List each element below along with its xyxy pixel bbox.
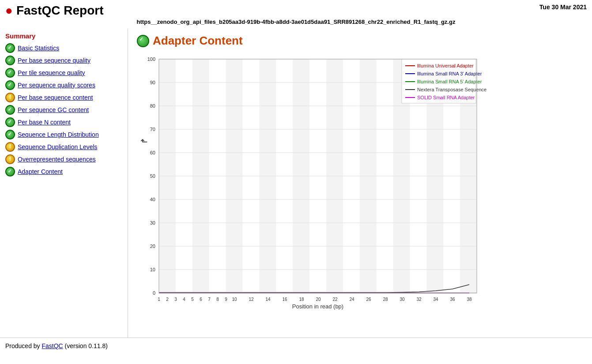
pass-icon (5, 56, 15, 65)
sidebar-link-per-sequence-gc-content[interactable]: Per sequence GC content (18, 106, 89, 113)
svg-text:Illumina Universal Adapter: Illumina Universal Adapter (417, 63, 474, 68)
svg-text:16: 16 (282, 297, 287, 302)
svg-text:12: 12 (249, 297, 254, 302)
svg-text:20: 20 (150, 244, 155, 249)
svg-text:4: 4 (183, 297, 185, 302)
pass-icon (5, 130, 15, 139)
date: Tue 30 Mar 2021 (539, 4, 587, 11)
sidebar-link-sequence-length-distribution[interactable]: Sequence Length Distribution (18, 131, 99, 138)
sidebar-item-per-sequence-quality-scores[interactable]: Per sequence quality scores (5, 80, 122, 90)
svg-text:24: 24 (349, 297, 354, 302)
svg-text:SOLID Small RNA Adapter: SOLID Small RNA Adapter (417, 95, 475, 100)
sidebar-item-per-sequence-gc-content[interactable]: Per sequence GC content (5, 105, 122, 115)
sidebar-item-per-base-n-content[interactable]: Per base N content (5, 117, 122, 127)
svg-text:26: 26 (366, 297, 371, 302)
svg-text:70: 70 (150, 127, 155, 132)
pass-icon (5, 68, 15, 78)
svg-rect-29 (360, 59, 377, 293)
section-pass-icon (137, 35, 149, 47)
footer-version: (version 0.11.8) (63, 342, 108, 349)
sidebar-list: Basic Statistics Per base sequence quali… (5, 43, 122, 176)
url-line: https__zenodo_org_api_files_b205aa3d-919… (5, 19, 587, 25)
footer-text: Produced by (5, 342, 42, 349)
pass-icon (5, 167, 15, 176)
sidebar-item-adapter-content[interactable]: Adapter Content (5, 167, 122, 176)
title-text: FastQC Report (16, 4, 104, 18)
sidebar-item-per-tile-sequence-quality[interactable]: Per tile sequence quality (5, 68, 122, 78)
section-title: Adapter Content (153, 34, 243, 48)
svg-text:7: 7 (208, 297, 211, 302)
svg-text:30: 30 (400, 297, 405, 302)
footer: Produced by FastQC (version 0.11.8) (0, 338, 592, 354)
svg-text:3: 3 (174, 297, 177, 302)
sidebar-link-overrepresented-sequences[interactable]: Overrepresented sequences (18, 156, 96, 163)
svg-text:100: 100 (147, 56, 155, 62)
pass-icon (5, 80, 15, 90)
page-title: ● FastQC Report (5, 4, 104, 18)
svg-text:6: 6 (200, 297, 202, 302)
svg-text:10: 10 (150, 267, 155, 272)
pass-icon (5, 43, 15, 53)
sidebar-link-basic-statistics[interactable]: Basic Statistics (18, 45, 59, 52)
sidebar: Summary Basic Statistics Per base sequen… (0, 29, 128, 338)
svg-text:9: 9 (225, 297, 227, 302)
sidebar-item-overrepresented-sequences[interactable]: Overrepresented sequences (5, 154, 122, 164)
warn-icon (5, 142, 15, 152)
sidebar-link-per-sequence-quality-scores[interactable]: Per sequence quality scores (18, 82, 95, 89)
svg-text:1: 1 (158, 297, 160, 302)
sidebar-item-per-base-sequence-quality[interactable]: Per base sequence quality (5, 56, 122, 65)
sidebar-item-sequence-duplication-levels[interactable]: Sequence Duplication Levels (5, 142, 122, 152)
sidebar-link-sequence-duplication-levels[interactable]: Sequence Duplication Levels (18, 143, 98, 150)
sidebar-link-per-base-n-content[interactable]: Per base N content (18, 119, 71, 126)
svg-rect-23 (159, 59, 176, 293)
svg-text:10: 10 (232, 297, 237, 302)
svg-text:30: 30 (150, 220, 155, 225)
sidebar-link-per-base-sequence-quality[interactable]: Per base sequence quality (18, 57, 90, 64)
section-header: Adapter Content (137, 34, 583, 48)
svg-rect-25 (226, 59, 243, 293)
svg-rect-24 (192, 59, 209, 293)
svg-text:18: 18 (299, 297, 304, 302)
x-axis-label: Position in read (bp) (292, 303, 343, 310)
svg-text:22: 22 (332, 297, 338, 302)
svg-text:20: 20 (316, 297, 321, 302)
svg-text:80: 80 (150, 103, 155, 109)
svg-text:5: 5 (191, 297, 194, 302)
sidebar-item-per-base-sequence-content[interactable]: Per base sequence content (5, 93, 122, 102)
sidebar-link-per-tile-sequence-quality[interactable]: Per tile sequence quality (18, 69, 85, 76)
fastqc-link[interactable]: FastQC (42, 342, 63, 349)
svg-text:8: 8 (216, 297, 219, 302)
svg-text:40: 40 (150, 197, 155, 202)
svg-text:50: 50 (150, 173, 155, 179)
svg-text:60: 60 (150, 150, 155, 155)
adapter-content-chart: % Adapter 100 90 80 70 60 (137, 55, 499, 311)
warn-icon (5, 93, 15, 102)
main-content: Adapter Content % Adapter 100 90 80 (128, 29, 592, 338)
layout: Summary Basic Statistics Per base sequen… (0, 29, 592, 338)
sidebar-title: Summary (5, 32, 122, 40)
svg-text:28: 28 (383, 297, 388, 302)
svg-text:32: 32 (416, 297, 422, 302)
svg-text:Illumina Small RNA 3' Adapter: Illumina Small RNA 3' Adapter (417, 71, 482, 76)
sidebar-item-sequence-length-distribution[interactable]: Sequence Length Distribution (5, 130, 122, 139)
svg-text:0: 0 (153, 290, 155, 296)
svg-text:2: 2 (166, 297, 169, 302)
header: ● FastQC Report Tue 30 Mar 2021 https__z… (0, 0, 592, 29)
svg-text:Nextera Transposase Sequence: Nextera Transposase Sequence (417, 87, 486, 92)
sidebar-item-basic-statistics[interactable]: Basic Statistics (5, 43, 122, 53)
svg-text:Illumina Small RNA 5' Adapter: Illumina Small RNA 5' Adapter (417, 79, 482, 84)
svg-rect-27 (293, 59, 309, 293)
warn-icon (5, 154, 15, 164)
sidebar-link-adapter-content[interactable]: Adapter Content (18, 168, 63, 175)
logo-icon: ● (5, 4, 13, 18)
pass-icon (5, 105, 15, 115)
svg-text:14: 14 (265, 297, 271, 302)
pass-icon (5, 117, 15, 127)
svg-text:90: 90 (150, 80, 155, 85)
svg-text:34: 34 (433, 297, 438, 302)
svg-text:36: 36 (450, 297, 455, 302)
svg-text:38: 38 (467, 297, 472, 302)
svg-rect-26 (259, 59, 276, 293)
sidebar-link-per-base-sequence-content[interactable]: Per base sequence content (18, 94, 93, 101)
svg-rect-28 (326, 59, 343, 293)
